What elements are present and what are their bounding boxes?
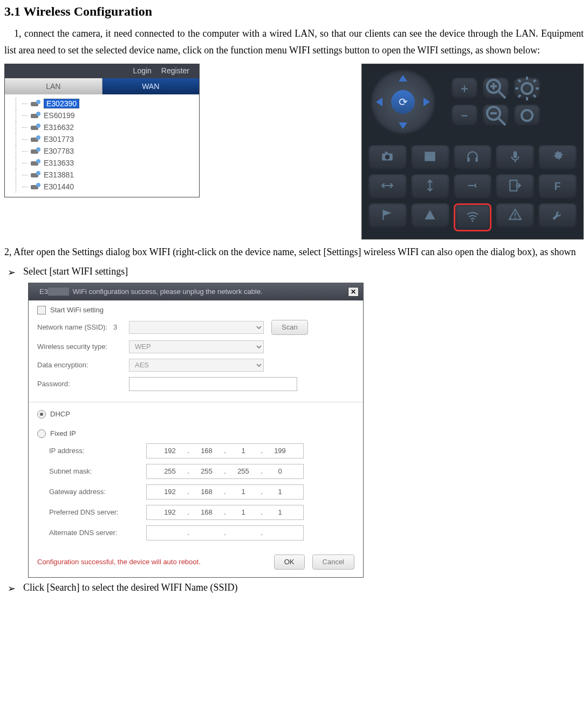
ptz-left-icon[interactable]: [376, 98, 382, 106]
zoom-in-button[interactable]: ＋: [452, 78, 477, 99]
letter-f-button[interactable]: F: [538, 174, 577, 199]
device-row[interactable]: E302390: [10, 98, 197, 109]
camera-icon: [31, 112, 40, 119]
ptz-up-icon[interactable]: [399, 75, 407, 81]
device-row[interactable]: E316632: [10, 121, 197, 133]
figure-row: Login Register LAN WAN E302390ES60199E31…: [4, 64, 584, 239]
arrow-left-right-button[interactable]: [368, 174, 407, 199]
clapper-button[interactable]: [411, 145, 449, 170]
dns2-input[interactable]: . . .: [146, 525, 304, 540]
encryption-label: Data encryption:: [37, 361, 129, 369]
svg-point-28: [476, 184, 478, 187]
camera-icon: [380, 149, 394, 166]
security-type-select[interactable]: WEP: [129, 340, 264, 353]
device-row[interactable]: ES60199: [10, 109, 197, 121]
bullet-2-text: Click [Search] to select the desired WIF…: [23, 582, 238, 593]
flag-icon: [380, 208, 394, 224]
dns1-input[interactable]: 192. 168. 1. 1: [146, 505, 304, 520]
flag-button[interactable]: [368, 203, 407, 228]
ptz-down-icon[interactable]: [399, 122, 407, 129]
wrench-button[interactable]: [538, 203, 577, 228]
password-input[interactable]: [129, 377, 297, 391]
ip-address-input[interactable]: 192. 168. 1. 199: [146, 443, 304, 458]
svg-point-37: [514, 217, 516, 218]
function-grid: F: [362, 140, 583, 239]
svg-rect-24: [514, 151, 517, 158]
svg-point-34: [471, 220, 473, 222]
svg-point-16: [522, 110, 532, 121]
ptz-refresh-icon[interactable]: ⟳: [391, 90, 415, 114]
magnify-out-icon[interactable]: [483, 105, 509, 126]
arrow-target-button[interactable]: [454, 174, 492, 199]
function-panel: ⟳ ＋ －: [361, 64, 584, 239]
tab-row: LAN WAN: [5, 78, 199, 94]
magnify-in-icon[interactable]: [483, 78, 509, 99]
pyramid-button[interactable]: [411, 203, 449, 228]
tab-wan[interactable]: WAN: [102, 78, 200, 94]
device-row[interactable]: E307783: [10, 145, 197, 157]
camera-icon: [31, 147, 40, 155]
paragraph-2: 2, After open the Settings dialog box WI…: [4, 244, 584, 261]
ip-address-label: IP address:: [49, 447, 146, 455]
warning-button[interactable]: [496, 203, 534, 228]
gear-button[interactable]: [538, 145, 577, 170]
device-row[interactable]: E301773: [10, 133, 197, 145]
scan-button[interactable]: Scan: [271, 320, 308, 335]
fixed-ip-radio[interactable]: [37, 429, 46, 438]
svg-rect-19: [385, 152, 388, 154]
zoom-out-button[interactable]: －: [452, 105, 477, 126]
svg-point-4: [522, 83, 532, 94]
subnet-mask-input[interactable]: 255. 255. 255. 0: [146, 464, 304, 479]
bullet-1: ➢ Select [start WIFI settings]: [8, 266, 584, 279]
ptz-dpad[interactable]: ⟳: [371, 70, 435, 134]
arrow-up-down-icon: [423, 179, 437, 195]
arrow-target-icon: [466, 179, 480, 195]
wifi-button[interactable]: [454, 203, 492, 231]
svg-line-1: [499, 92, 505, 98]
device-row[interactable]: E301440: [10, 181, 197, 193]
device-tree: E302390ES60199E316632E301773E307783E3136…: [5, 94, 199, 197]
tab-lan[interactable]: LAN: [5, 78, 102, 94]
device-label: E313881: [44, 170, 74, 179]
security-type-label: Wireless security type:: [37, 343, 129, 351]
pyramid-icon: [423, 208, 437, 224]
wifi-icon: [466, 209, 480, 225]
headphones-button[interactable]: [454, 145, 492, 170]
brightness-down-icon[interactable]: [514, 105, 540, 126]
camera-button[interactable]: [368, 145, 407, 170]
ssid-select[interactable]: [129, 321, 264, 334]
exit-button[interactable]: [496, 174, 534, 199]
svg-marker-31: [384, 210, 392, 216]
device-row[interactable]: E313633: [10, 157, 197, 169]
device-label: E313633: [44, 159, 74, 167]
encryption-select[interactable]: AES: [129, 359, 264, 372]
close-icon[interactable]: ✕: [348, 287, 359, 297]
camera-icon: [31, 135, 40, 143]
gateway-input[interactable]: 192. 168. 1. 1: [146, 484, 304, 499]
dns2-label: Alternate DNS server:: [49, 529, 146, 537]
wifi-dialog-figure: E3XXXX WiFi configuration success, pleas…: [28, 283, 584, 578]
svg-line-9: [518, 80, 521, 82]
brightness-up-icon[interactable]: [514, 78, 540, 99]
device-label: E301773: [44, 135, 74, 143]
dhcp-label: DHCP: [50, 410, 70, 418]
register-link[interactable]: Register: [161, 66, 189, 75]
mic-icon: [508, 149, 522, 166]
ok-button[interactable]: OK: [274, 555, 305, 570]
svg-marker-33: [425, 210, 435, 220]
arrow-up-down-button[interactable]: [411, 174, 449, 199]
login-link[interactable]: Login: [133, 66, 152, 75]
dhcp-radio[interactable]: [37, 410, 46, 419]
device-row[interactable]: E313881: [10, 169, 197, 181]
camera-icon: [31, 171, 40, 179]
cancel-button[interactable]: Cancel: [312, 555, 354, 570]
dns1-label: Preferred DNS server:: [49, 508, 146, 516]
mic-button[interactable]: [496, 145, 534, 170]
ptz-right-icon[interactable]: [423, 98, 430, 106]
exit-icon: [508, 179, 522, 195]
gateway-label: Gateway address:: [49, 488, 146, 496]
start-wifi-checkbox[interactable]: [37, 306, 46, 314]
warning-icon: [508, 208, 522, 224]
device-label: ES60199: [44, 111, 75, 120]
device-list-panel: Login Register LAN WAN E302390ES60199E31…: [4, 64, 200, 197]
